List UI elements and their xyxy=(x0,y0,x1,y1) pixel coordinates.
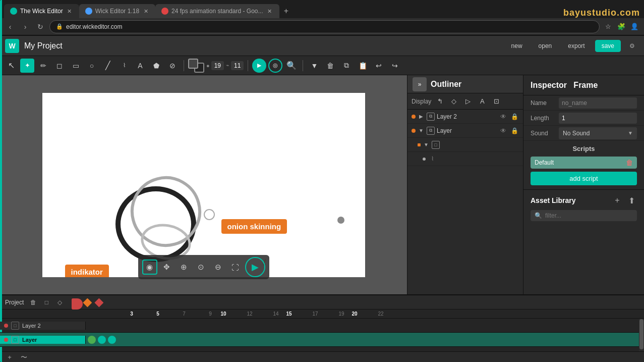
fill-stroke-selector[interactable] xyxy=(188,59,204,73)
back-btn[interactable]: ‹ xyxy=(4,21,16,33)
fill-color[interactable] xyxy=(188,59,198,69)
out-tb-icon1[interactable]: ↰ xyxy=(434,96,445,107)
sound-label: Sound xyxy=(531,130,556,137)
length-value[interactable]: 1 xyxy=(559,113,637,124)
timeline-row-layer[interactable]: □ Layer xyxy=(0,333,644,347)
move-canvas-btn[interactable]: ✥ xyxy=(159,260,174,275)
forward-btn[interactable]: › xyxy=(19,21,31,33)
sound-select-dropdown[interactable]: No Sound ▼ xyxy=(559,127,637,139)
undo-btn[interactable]: ↩ xyxy=(372,59,386,73)
pen-tool-btn[interactable]: ⌇ xyxy=(117,59,131,73)
paste-btn[interactable]: 📋 xyxy=(356,59,370,73)
delete-script-btn[interactable]: 🗑 xyxy=(626,159,633,167)
delete-btn[interactable]: 🗑 xyxy=(323,59,337,73)
tab-close-btn[interactable]: ✕ xyxy=(66,8,73,15)
bookmark-btn[interactable]: ☆ xyxy=(603,21,614,32)
layer2-visibility-icon[interactable]: 👁 xyxy=(499,112,508,121)
cursor-tool-btn[interactable]: ✦ xyxy=(20,59,34,73)
select-tool-btn[interactable]: ↖ xyxy=(4,59,18,73)
tl-wave-btn[interactable]: 〜 xyxy=(18,352,29,363)
fit-screen-btn[interactable]: ⛶ xyxy=(228,260,243,275)
fn-7 xyxy=(164,309,178,318)
copy-btn[interactable]: ⧉ xyxy=(339,59,354,73)
redo-btn[interactable]: ↪ xyxy=(388,59,402,73)
tl-keyframe-teal[interactable] xyxy=(98,336,106,344)
timeline-scrollbar-thumb[interactable] xyxy=(639,319,643,349)
add-script-btn[interactable]: add script xyxy=(531,172,637,185)
name-value[interactable]: no_name xyxy=(559,97,637,109)
asset-filter-input[interactable] xyxy=(545,212,633,219)
inspector-panel: Inspector Frame Name no_name Length 1 xyxy=(523,75,644,294)
fn-6: 5 xyxy=(151,309,164,318)
circle-tool-btn[interactable]: ○ xyxy=(85,59,99,73)
layer1-visibility-icon[interactable]: 👁 xyxy=(499,126,508,135)
outliner-collapse-btn[interactable]: » xyxy=(413,77,427,91)
layer2-lock-icon[interactable]: 🔒 xyxy=(510,112,519,121)
frame-marker-red xyxy=(72,298,83,309)
indicator-label: indikator xyxy=(65,265,109,277)
zoom-tool-btn[interactable]: 🔍 xyxy=(284,59,299,73)
tab-close-btn-3[interactable]: ✕ xyxy=(266,8,273,15)
save-btn[interactable]: save xyxy=(595,40,621,52)
tl-keyframe-teal2[interactable] xyxy=(108,336,116,344)
line-tool-btn[interactable]: ╱ xyxy=(101,59,115,73)
canvas[interactable]: onion skinning ↓ indikator ↓ xyxy=(42,93,365,277)
asset-library-header: Asset Library + ⬆ xyxy=(531,195,637,206)
eraser-tool-btn[interactable]: ◻ xyxy=(52,59,67,73)
tl-keyframe-green[interactable] xyxy=(88,336,96,344)
zoom-out-btn[interactable]: ⊖ xyxy=(211,260,226,275)
rect-tool-btn[interactable]: ▭ xyxy=(69,59,83,73)
timeline-row-layer2[interactable]: □ Layer 2 xyxy=(0,319,644,333)
inspector-header: Inspector Frame xyxy=(523,75,644,95)
zoom-btn[interactable]: ⊙ xyxy=(194,260,209,275)
out-tb-icon5[interactable]: ⊡ xyxy=(491,96,502,107)
outliner-sublayer-frame[interactable]: ▼ □ xyxy=(407,138,523,152)
default-script-item[interactable]: Default 🗑 xyxy=(531,157,637,169)
layer1-lock-icon[interactable]: 🔒 xyxy=(510,126,519,135)
diamond-frame-btn[interactable]: ◇ xyxy=(54,297,65,308)
blank-frame-btn[interactable]: □ xyxy=(41,297,52,308)
outliner-layer-1[interactable]: ▼ ⧉ Layer 👁 🔒 xyxy=(407,124,523,138)
outliner-sublayer-drawing[interactable]: ⌇ xyxy=(407,152,523,166)
delete-frame-btn[interactable]: 🗑 xyxy=(28,297,39,308)
new-tab-btn[interactable]: + xyxy=(279,4,294,18)
tl-add-layer-btn[interactable]: + xyxy=(4,352,15,363)
keyframe-diamond-1 xyxy=(83,298,92,307)
text-tool-btn[interactable]: A xyxy=(133,59,147,73)
frame-mode-btn[interactable]: ▶ xyxy=(252,59,266,73)
extensions-btn[interactable]: 🧩 xyxy=(616,21,627,32)
zoom-in-btn[interactable]: ⊕ xyxy=(177,260,192,275)
brush-tool-btn[interactable]: ✏ xyxy=(36,59,50,73)
dropdown-btn[interactable]: ▼ xyxy=(307,59,321,73)
export-btn[interactable]: export xyxy=(562,40,591,51)
tab-close-btn-2[interactable]: ✕ xyxy=(142,8,149,15)
eyedropper-tool-btn[interactable]: ⊘ xyxy=(165,59,180,73)
profile-btn[interactable]: 👤 xyxy=(629,21,640,32)
clip-mode-btn[interactable]: ◎ xyxy=(268,59,282,73)
fill-tool-btn[interactable]: ⬟ xyxy=(149,59,163,73)
out-tb-icon4[interactable]: A xyxy=(477,96,488,107)
play-btn[interactable]: ▶ xyxy=(245,257,265,277)
stroke-width-value[interactable]: 19 xyxy=(211,61,224,70)
new-btn[interactable]: new xyxy=(505,40,529,51)
layer2-expand-icon: ▶ xyxy=(418,114,425,119)
fill-opacity-value[interactable]: 11 xyxy=(231,61,244,70)
fill-opacity-icon: ⌁ xyxy=(226,62,229,69)
timeline-scrollbar[interactable] xyxy=(639,319,644,351)
add-asset-btn[interactable]: + xyxy=(612,195,623,206)
outliner-layer-2[interactable]: ▶ ⧉ Layer 2 👁 🔒 xyxy=(407,110,523,124)
fn-18: 17 xyxy=(309,309,322,318)
tab-wick-118[interactable]: Wick Editor 1.18 ✕ xyxy=(79,4,155,18)
reload-btn[interactable]: ↻ xyxy=(34,21,46,33)
tab-wick-editor[interactable]: The Wick Editor ✕ xyxy=(4,4,79,18)
tab-google[interactable]: 24 fps animation standard - Goo... ✕ xyxy=(155,4,279,18)
import-asset-btn[interactable]: ⬆ xyxy=(626,195,637,206)
out-tb-icon2[interactable]: ◇ xyxy=(448,96,459,107)
fn-10: 9 xyxy=(204,309,217,318)
open-btn[interactable]: open xyxy=(533,40,558,51)
address-input[interactable]: 🔒 editor.wickeditor.com xyxy=(49,20,600,33)
settings-gear-icon[interactable]: ⚙ xyxy=(625,39,639,53)
asset-filter[interactable]: 🔍 xyxy=(531,210,637,221)
out-tb-icon3[interactable]: ▷ xyxy=(462,96,474,107)
onion-skin-btn[interactable]: ◉ xyxy=(142,260,157,275)
